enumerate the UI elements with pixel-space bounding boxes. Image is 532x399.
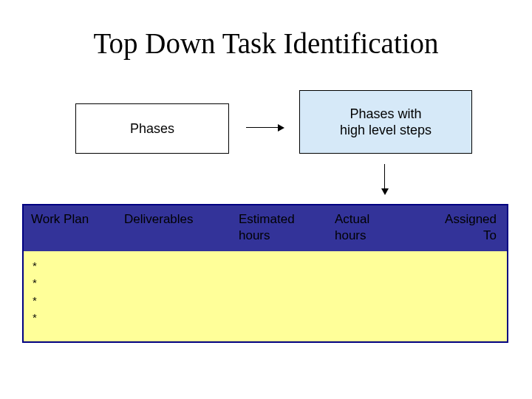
arrow-right-icon	[246, 124, 284, 132]
list-item: *	[33, 292, 498, 309]
list-item: *	[33, 309, 498, 326]
arrow-down-icon	[381, 164, 389, 195]
phases-box-label: Phases	[130, 120, 174, 137]
page-title: Top Down Task Identification	[0, 27, 532, 60]
phases-box: Phases	[75, 103, 229, 154]
list-item: *	[33, 274, 498, 291]
col-header-actual: Actual hours	[330, 205, 415, 251]
table-body: * * * *	[24, 251, 507, 341]
col-header-workplan: Work Plan	[24, 205, 120, 251]
col-header-assigned: Assigned To	[415, 205, 507, 251]
phases-hl-line2: high level steps	[340, 122, 432, 139]
work-plan-table: Work Plan Deliverables Estimated hours A…	[22, 204, 508, 343]
list-item: *	[33, 257, 498, 274]
col-header-deliverables: Deliverables	[120, 205, 234, 251]
col-header-estimated: Estimated hours	[234, 205, 330, 251]
phases-hl-line1: Phases with	[340, 106, 432, 123]
table-header-row: Work Plan Deliverables Estimated hours A…	[24, 205, 507, 251]
phases-high-level-box: Phases with high level steps	[299, 90, 472, 154]
